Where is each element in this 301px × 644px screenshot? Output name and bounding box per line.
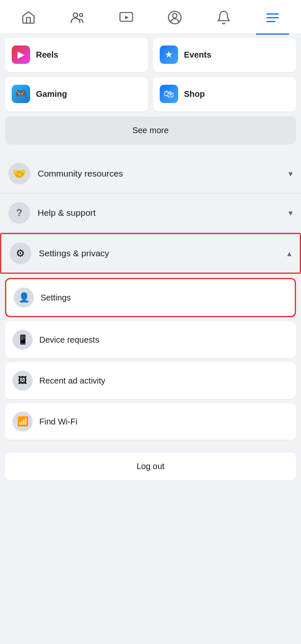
grid-item-shop[interactable]: 🛍 Shop	[153, 77, 296, 111]
settings-privacy-row[interactable]: ⚙ Settings & privacy ▴	[0, 233, 301, 274]
settings-privacy-label: Settings & privacy	[39, 248, 287, 258]
recent-ad-activity-icon: 🖼	[13, 371, 33, 391]
grid-item-reels[interactable]: ▶ Reels	[5, 38, 148, 72]
device-requests-label: Device requests	[39, 335, 99, 345]
menu-icon	[266, 13, 279, 22]
events-icon: ★	[160, 45, 178, 64]
svg-point-1	[79, 13, 83, 17]
svg-point-5	[173, 13, 177, 18]
see-more-button[interactable]: See more	[5, 116, 296, 144]
community-resources-icon: 🤝	[8, 163, 30, 184]
help-support-label: Help & support	[38, 208, 288, 218]
gaming-label: Gaming	[36, 89, 67, 99]
shop-icon: 🛍	[160, 85, 178, 103]
grid-item-events[interactable]: ★ Events	[153, 38, 296, 72]
sub-item-recent-ad-activity[interactable]: 🖼 Recent ad activity	[5, 362, 296, 399]
settings-privacy-chevron-up: ▴	[287, 248, 291, 258]
grid-item-gaming[interactable]: 🎮 Gaming	[5, 77, 148, 111]
nav-watch[interactable]	[110, 6, 143, 29]
gaming-icon: 🎮	[12, 85, 30, 103]
reels-icon: ▶	[12, 45, 30, 64]
grid-row-1: ▶ Reels ★ Events	[5, 38, 296, 72]
community-resources-row[interactable]: 🤝 Community resources ▾	[0, 154, 301, 193]
shortcut-grid: ▶ Reels ★ Events 🎮 Gaming 🛍 Shop	[0, 35, 301, 111]
find-wifi-label: Find Wi-Fi	[39, 417, 77, 427]
sub-item-settings[interactable]: 👤 Settings	[5, 278, 296, 317]
section-divider-1	[0, 151, 301, 154]
events-label: Events	[184, 50, 212, 60]
help-support-row[interactable]: ? Help & support ▾	[0, 194, 301, 232]
device-requests-icon: 📱	[13, 330, 33, 350]
find-wifi-icon: 📶	[13, 412, 33, 432]
svg-marker-3	[125, 16, 129, 20]
community-resources-label: Community resources	[38, 169, 288, 179]
recent-ad-activity-label: Recent ad activity	[39, 376, 105, 386]
nav-menu[interactable]	[256, 6, 289, 29]
grid-row-2: 🎮 Gaming 🛍 Shop	[5, 77, 296, 111]
nav-notifications[interactable]	[207, 6, 240, 29]
shop-label: Shop	[184, 89, 205, 99]
settings-icon: 👤	[14, 288, 34, 308]
svg-point-0	[73, 13, 78, 18]
settings-privacy-icon: ⚙	[10, 242, 31, 264]
help-support-chevron-down: ▾	[288, 208, 293, 218]
sub-item-find-wifi[interactable]: 📶 Find Wi-Fi	[5, 403, 296, 440]
reels-label: Reels	[36, 50, 58, 60]
community-resources-chevron-down: ▾	[288, 169, 293, 179]
logout-button[interactable]: Log out	[5, 452, 296, 480]
nav-friends[interactable]	[61, 6, 94, 29]
help-support-icon: ?	[8, 202, 30, 224]
settings-sub-items: 👤 Settings 📱 Device requests 🖼 Recent ad…	[0, 274, 301, 448]
top-navigation	[0, 0, 301, 35]
nav-home[interactable]	[12, 6, 45, 29]
sub-item-device-requests[interactable]: 📱 Device requests	[5, 321, 296, 358]
nav-profile[interactable]	[158, 6, 191, 29]
settings-label: Settings	[41, 293, 71, 303]
